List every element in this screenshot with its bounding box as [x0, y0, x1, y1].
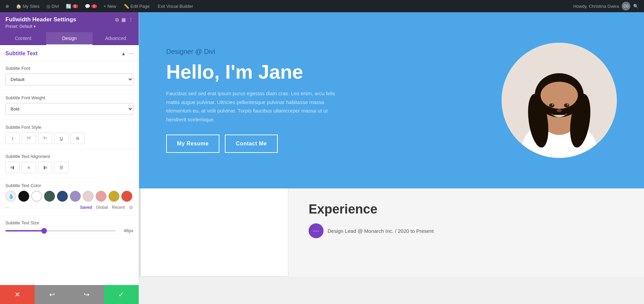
svg-point-11: [567, 104, 568, 105]
subtitle-font-label: Subtitle Font: [5, 66, 133, 71]
text-size-slider[interactable]: [5, 230, 116, 231]
page-content: Designer @ Divi Hello, I'm Jane Faucibus…: [139, 12, 644, 304]
color-swatch-pink[interactable]: [96, 191, 106, 202]
wp-logo-item[interactable]: ⊕: [3, 0, 12, 12]
bottom-action-bar: ✕ ↩ ↪ ✓: [0, 285, 139, 304]
color-swatch-red[interactable]: [121, 191, 132, 202]
divi-item[interactable]: ◎ Divi: [44, 0, 62, 12]
cancel-button[interactable]: ✕: [0, 285, 35, 304]
avatar: CG: [622, 2, 630, 11]
search-icon[interactable]: 🔍: [633, 4, 639, 9]
wp-icon: ⊕: [5, 4, 9, 9]
panel-title: Fullwidth Header Settings: [5, 16, 76, 23]
align-justify-button[interactable]: ☰: [54, 162, 69, 173]
kebab-menu-icon[interactable]: ⋮: [129, 17, 133, 22]
small-caps-button[interactable]: TT: [22, 133, 36, 144]
save-button[interactable]: ✓: [104, 285, 139, 304]
edit-page-label: Edit Page: [131, 4, 150, 9]
color-swatches: 💧: [5, 191, 133, 202]
tab-design[interactable]: Design: [46, 32, 92, 45]
my-sites-item[interactable]: 🏠 My Sites: [13, 0, 42, 12]
align-right-button[interactable]: ▐≡: [38, 162, 52, 173]
subtitle-font-select[interactable]: Default: [5, 74, 133, 85]
my-resume-button[interactable]: My Resume: [166, 135, 219, 153]
contact-me-button[interactable]: Contact Me: [225, 135, 277, 153]
strikethrough-button[interactable]: S: [71, 133, 85, 144]
slider-thumb[interactable]: [41, 228, 47, 234]
subtitle-text-size-label: Subtitle Text Size: [5, 220, 133, 225]
tab-advanced[interactable]: Advanced: [93, 32, 139, 45]
section-title: Subtitle Text: [5, 50, 38, 57]
alignment-buttons: ≡▌ ≡ ▐≡ ☰: [5, 162, 133, 173]
hero-section: Designer @ Divi Hello, I'm Jane Faucibus…: [139, 12, 644, 188]
portrait-svg: [502, 43, 617, 158]
global-tab[interactable]: Global: [96, 205, 108, 210]
home-icon: 🏠: [16, 4, 21, 9]
comments-count: 0: [92, 4, 97, 8]
underline-button[interactable]: U: [54, 133, 69, 144]
window-icon[interactable]: ⧉: [115, 17, 119, 23]
edit-page-button[interactable]: ✏️ Edit Page: [120, 0, 153, 12]
align-center-button[interactable]: ≡: [22, 162, 36, 173]
user-section: Howdy, Christina Gwira CG 🔍: [570, 2, 641, 11]
hero-title: Hello, I'm Jane: [166, 61, 370, 83]
settings-panel: Fullwidth Header Settings ⧉ ▦ ⋮ Preset: …: [0, 12, 139, 304]
svg-point-9: [564, 103, 569, 107]
color-swatch-white[interactable]: [31, 191, 42, 202]
hero-buttons: My Resume Contact Me: [166, 135, 370, 153]
updates-item[interactable]: 🔄 5: [63, 0, 81, 12]
new-label: + New: [104, 4, 116, 9]
color-swatch-dark-blue[interactable]: [57, 191, 68, 202]
updates-count: 5: [73, 4, 78, 8]
text-size-slider-row: 48px: [5, 228, 133, 233]
font-style-buttons: I TT TT U S: [5, 133, 133, 144]
color-settings-icon[interactable]: ⚙: [129, 205, 133, 210]
preset-label[interactable]: Preset: Default ▾: [5, 24, 133, 29]
recent-tab[interactable]: Recent: [112, 205, 125, 210]
experience-right-panel: Experience ⋯ Design Lead @ Monarch Inc. …: [288, 188, 644, 277]
below-hero-section: Experience ⋯ Design Lead @ Monarch Inc. …: [139, 188, 644, 277]
superscript-button[interactable]: TT: [38, 133, 52, 144]
section-collapse-icon[interactable]: ▲: [121, 51, 126, 56]
divi-icon: ◎: [46, 4, 50, 9]
howdy-label: Howdy, Christina Gwira: [573, 4, 619, 9]
align-left-button[interactable]: ≡▌: [5, 162, 20, 173]
new-item[interactable]: + New: [101, 0, 119, 12]
experience-options-button[interactable]: ⋯: [309, 223, 324, 238]
color-swatch-gold[interactable]: [109, 191, 119, 202]
italic-button[interactable]: I: [5, 133, 20, 144]
svg-point-12: [557, 109, 562, 112]
subtitle-font-style-field: Subtitle Font Style I TT TT U S: [0, 120, 139, 149]
comments-item[interactable]: 💬 0: [82, 0, 100, 12]
more-colors-icon[interactable]: ···: [5, 204, 10, 210]
color-swatch-lavender[interactable]: [70, 191, 81, 202]
subtitle-font-weight-select[interactable]: Bold: [5, 103, 133, 115]
undo-button[interactable]: ↩: [35, 285, 69, 304]
text-size-value[interactable]: 48px: [120, 228, 133, 233]
hero-portrait: [502, 43, 617, 158]
section-options-icon[interactable]: ⋯: [129, 51, 133, 56]
admin-bar: ⊕ 🏠 My Sites ◎ Divi 🔄 5 💬 0 + New ✏️ Edi…: [0, 0, 644, 12]
color-swatch-black[interactable]: [18, 191, 29, 202]
subtitle-font-field: Subtitle Font Default: [0, 61, 139, 90]
subtitle-font-weight-field: Subtitle Font Weight Bold: [0, 90, 139, 120]
redo-button[interactable]: ↪: [70, 285, 104, 304]
exit-builder-label: Exit Visual Builder: [158, 4, 193, 9]
experience-dots-icon: ⋯: [313, 227, 319, 235]
color-swatch-dark-green[interactable]: [44, 191, 55, 202]
tab-content[interactable]: Content: [0, 32, 46, 45]
columns-icon[interactable]: ▦: [121, 17, 126, 22]
color-swatch-light-pink[interactable]: [83, 191, 94, 202]
divi-label: Divi: [52, 4, 59, 9]
subtitle-text-size-field: Subtitle Text Size 48px: [0, 216, 139, 238]
exit-visual-builder-button[interactable]: Exit Visual Builder: [154, 0, 197, 12]
saved-tab[interactable]: Saved: [80, 205, 92, 210]
eyedropper-swatch[interactable]: 💧: [5, 191, 16, 202]
slider-fill: [5, 230, 44, 231]
panel-body: Subtitle Text ▲ ⋯ Subtitle Font Default …: [0, 45, 139, 285]
updates-icon: 🔄: [66, 4, 71, 9]
my-sites-label: My Sites: [23, 4, 40, 9]
experience-title: Experience: [309, 202, 624, 217]
comment-icon: 💬: [85, 4, 90, 9]
section-header: Subtitle Text ▲ ⋯: [0, 45, 139, 61]
